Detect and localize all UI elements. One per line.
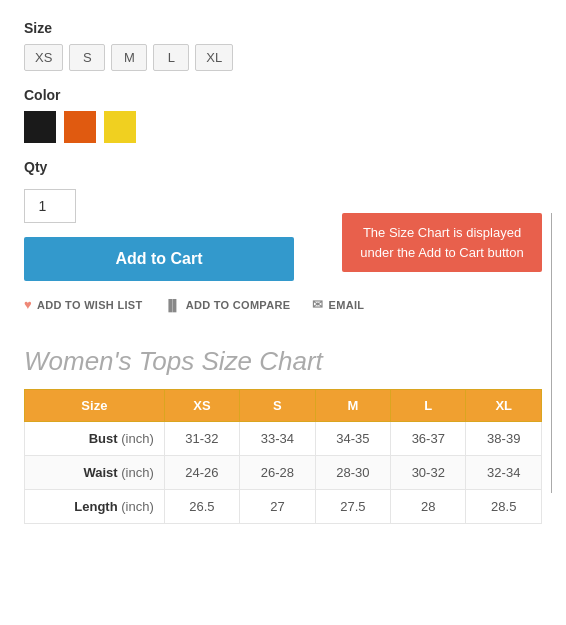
size-option-xs[interactable]: XS	[24, 44, 63, 71]
table-cell: 27	[240, 490, 315, 524]
size-option-xl[interactable]: XL	[195, 44, 233, 71]
color-swatch-yellow[interactable]	[104, 111, 136, 143]
heart-icon	[24, 297, 32, 312]
size-option-m[interactable]: M	[111, 44, 147, 71]
color-section: Color	[24, 87, 542, 143]
size-option-l[interactable]: L	[153, 44, 189, 71]
tooltip-box: The Size Chart is displayed under the Ad…	[342, 213, 542, 272]
qty-label: Qty	[24, 159, 542, 175]
table-cell: 30-32	[391, 456, 466, 490]
wish-list-link[interactable]: ADD TO WISH LIST	[24, 297, 142, 312]
table-cell: 36-37	[391, 422, 466, 456]
row-label-bust: Bust (inch)	[25, 422, 165, 456]
row-label-waist: Waist (inch)	[25, 456, 165, 490]
table-row: Bust (inch)31-3233-3434-3536-3738-39	[25, 422, 542, 456]
color-swatch-black[interactable]	[24, 111, 56, 143]
add-to-cart-button[interactable]: Add to Cart	[24, 237, 294, 281]
tooltip-line	[551, 213, 552, 493]
page-wrapper: Size XSSMLXL Color Qty Add to Cart ADD T…	[24, 20, 542, 524]
size-chart-section: Women's Tops Size Chart SizeXSSMLXL Bust…	[24, 346, 542, 524]
size-chart-table: SizeXSSMLXL Bust (inch)31-3233-3434-3536…	[24, 389, 542, 524]
compare-link[interactable]: ADD TO COMPARE	[164, 299, 290, 311]
size-chart-col-s: S	[240, 390, 315, 422]
size-label: Size	[24, 20, 542, 36]
table-cell: 26.5	[164, 490, 239, 524]
table-row: Waist (inch)24-2626-2828-3030-3232-34	[25, 456, 542, 490]
qty-input[interactable]	[24, 189, 76, 223]
table-row: Length (inch)26.52727.52828.5	[25, 490, 542, 524]
size-chart-title: Women's Tops Size Chart	[24, 346, 542, 377]
mail-icon	[312, 297, 323, 312]
table-cell: 32-34	[466, 456, 542, 490]
email-link[interactable]: EMAIL	[312, 297, 364, 312]
table-cell: 31-32	[164, 422, 239, 456]
size-option-s[interactable]: S	[69, 44, 105, 71]
table-cell: 28	[391, 490, 466, 524]
size-chart-col-l: L	[391, 390, 466, 422]
table-cell: 33-34	[240, 422, 315, 456]
table-cell: 27.5	[315, 490, 390, 524]
color-swatch-orange[interactable]	[64, 111, 96, 143]
color-options	[24, 111, 542, 143]
color-label: Color	[24, 87, 542, 103]
size-chart-col-xl: XL	[466, 390, 542, 422]
compare-icon	[164, 299, 180, 311]
size-chart-col-m: M	[315, 390, 390, 422]
table-cell: 28-30	[315, 456, 390, 490]
size-options: XSSMLXL	[24, 44, 542, 71]
table-cell: 38-39	[466, 422, 542, 456]
table-cell: 34-35	[315, 422, 390, 456]
table-cell: 26-28	[240, 456, 315, 490]
row-label-length: Length (inch)	[25, 490, 165, 524]
table-cell: 24-26	[164, 456, 239, 490]
size-section: Size XSSMLXL	[24, 20, 542, 71]
size-chart-col-xs: XS	[164, 390, 239, 422]
action-links: ADD TO WISH LIST ADD TO COMPARE EMAIL	[24, 297, 364, 312]
table-cell: 28.5	[466, 490, 542, 524]
size-chart-col-size: Size	[25, 390, 165, 422]
